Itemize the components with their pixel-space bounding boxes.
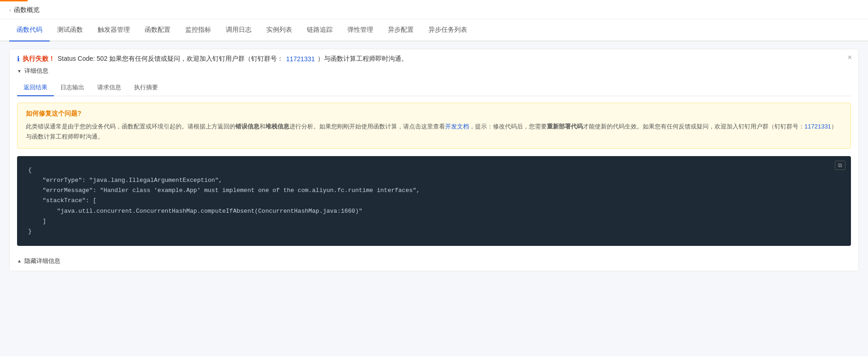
fix-doc-link[interactable]: 开发文档 [445, 123, 469, 130]
tab-trigger[interactable]: 触发器管理 [90, 19, 137, 41]
fix-bold2: 堆栈信息 [265, 123, 289, 130]
tab-test[interactable]: 测试函数 [50, 19, 90, 41]
tab-trace[interactable]: 链路追踪 [299, 19, 340, 41]
sub-tab-log[interactable]: 日志输出 [54, 80, 91, 96]
hide-details-toggle[interactable]: ▲ 隐藏详细信息 [17, 253, 851, 265]
code-block: ⧉ { "errorType": "java.lang.IllegalArgum… [17, 156, 851, 246]
main-content: × ℹ 执行失败！ Status Code: 502 如果您有任何反馈或疑问，欢… [0, 41, 868, 356]
fix-text-before-bold: 此类错误通常是由于您的业务代码，函数配置或环境引起的。请根据上方返回的 [26, 123, 235, 130]
tab-elastic[interactable]: 弹性管理 [340, 19, 381, 41]
hide-details-label: 隐藏详细信息 [24, 257, 60, 265]
hide-details-caret-icon: ▲ [17, 258, 22, 263]
tab-instances[interactable]: 实例列表 [259, 19, 299, 41]
alert-close-button[interactable]: × [848, 54, 852, 61]
details-caret-icon: ▼ [17, 69, 22, 74]
alert-top-row: ℹ 执行失败！ Status Code: 502 如果您有任何反馈或疑问，欢迎加… [17, 55, 851, 63]
fix-ding-link2[interactable]: 11721331 [804, 123, 831, 130]
alert-banner: × ℹ 执行失败！ Status Code: 502 如果您有任何反馈或疑问，欢… [9, 49, 859, 271]
code-content: { "errorType": "java.lang.IllegalArgumen… [28, 165, 840, 237]
breadcrumb-bar: › 函数概览 [0, 1, 868, 19]
fix-bold3: 重新部署代码 [547, 123, 583, 130]
tab-code[interactable]: 函数代码 [9, 19, 50, 41]
tab-async-config[interactable]: 异步配置 [381, 19, 421, 41]
sub-tab-return[interactable]: 返回结果 [17, 80, 54, 96]
details-label: 详细信息 [24, 67, 48, 75]
sub-tab-nav: 返回结果 日志输出 请求信息 执行摘要 [17, 80, 851, 96]
sub-tab-summary[interactable]: 执行摘要 [128, 80, 164, 96]
alert-ding-link[interactable]: 11721331 [286, 55, 315, 63]
alert-title-bold: 执行失败！ [23, 55, 55, 63]
tab-config[interactable]: 函数配置 [137, 19, 178, 41]
breadcrumb-text: 函数概览 [14, 6, 40, 14]
alert-title-rest: Status Code: 502 如果您有任何反馈或疑问，欢迎加入钉钉用户群（钉… [58, 55, 283, 63]
fix-bold1: 错误信息 [235, 123, 259, 130]
tab-invokelog[interactable]: 调用日志 [218, 19, 259, 41]
fix-text-mid1: 和 [259, 123, 265, 130]
fix-text-mid2: 进行分析。如果您刚刚开始使用函数计算，请点击这里查看 [289, 123, 445, 130]
fix-box: 如何修复这个问题? 此类错误通常是由于您的业务代码，函数配置或环境引起的。请根据… [17, 103, 851, 149]
fix-text-end: 才能使新的代码生效。如果您有任何反馈或疑问，欢迎加入钉钉用户群（钉钉群号： [583, 123, 804, 130]
fix-text: 此类错误通常是由于您的业务代码，函数配置或环境引起的。请根据上方返回的错误信息和… [26, 122, 842, 142]
sub-tab-request[interactable]: 请求信息 [91, 80, 128, 96]
fix-title: 如何修复这个问题? [26, 110, 842, 118]
breadcrumb-arrow: › [9, 7, 11, 13]
details-toggle[interactable]: ▼ 详细信息 [17, 67, 851, 75]
fix-text-after-link: ，提示：修改代码后，您需要 [469, 123, 547, 130]
main-tab-nav: 函数代码 测试函数 触发器管理 函数配置 监控指标 调用日志 实例列表 链路追踪… [0, 19, 868, 41]
code-copy-button[interactable]: ⧉ [835, 161, 845, 170]
alert-info-icon: ℹ [17, 55, 20, 63]
tab-async-tasks[interactable]: 异步任务列表 [421, 19, 475, 41]
alert-title-rest2: ）与函数计算工程师即时沟通。 [317, 55, 408, 63]
tab-monitor[interactable]: 监控指标 [178, 19, 218, 41]
